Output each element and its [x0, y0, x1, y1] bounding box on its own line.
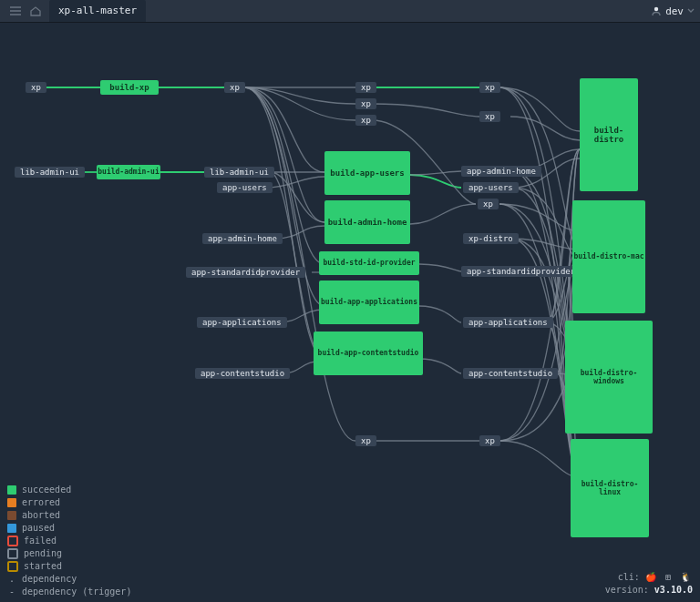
resource-app-admin-home-2[interactable]: app-admin-home	[461, 166, 541, 177]
job-build-distro-windows[interactable]: build-distro-windows	[565, 321, 653, 434]
resource-app-contentstudio-2[interactable]: app-contentstudio	[463, 368, 558, 379]
legend-pending: pending	[24, 547, 62, 560]
resource-xp-4d[interactable]: xp	[355, 435, 376, 446]
job-build-app-contentstudio[interactable]: build-app-contentstudio	[314, 332, 423, 375]
resource-xp-5c[interactable]: xp	[478, 199, 499, 209]
legend: succeeded errored aborted paused failed …	[7, 484, 131, 598]
resource-app-admin-home[interactable]: app-admin-home	[202, 233, 283, 244]
legend-started: started	[24, 560, 62, 573]
legend-dependency: dependency	[22, 573, 77, 586]
resource-app-standardidprovider-2[interactable]: app-standardidprovider	[461, 266, 581, 277]
footer: cli: 🍎 ⊞ 🐧 version: v3.10.0	[605, 571, 693, 597]
resource-xp-4b[interactable]: xp	[355, 98, 376, 109]
chevron-down-icon	[687, 7, 695, 15]
resource-xp-2[interactable]: xp	[224, 82, 245, 93]
job-build-distro-mac[interactable]: build-distro-mac	[572, 200, 645, 313]
user-icon	[651, 5, 662, 16]
user-label: dev	[665, 5, 684, 17]
legend-succeeded: succeeded	[22, 484, 71, 496]
job-build-distro[interactable]: build-distro	[580, 78, 638, 191]
resource-xp-5a[interactable]: xp	[479, 82, 500, 93]
resource-lib-admin-ui-2[interactable]: lib-admin-ui	[204, 167, 274, 178]
job-build-admin-ui[interactable]: build-admin-ui	[97, 165, 160, 179]
version-value[interactable]: v3.10.0	[654, 585, 693, 595]
legend-dependency-trigger: dependency (trigger)	[22, 586, 131, 598]
job-build-admin-home[interactable]: build-admin-home	[324, 200, 410, 244]
resource-xp-4a[interactable]: xp	[355, 82, 376, 93]
resource-app-contentstudio[interactable]: app-contentstudio	[195, 368, 290, 379]
resource-xp[interactable]: xp	[26, 82, 46, 93]
resource-xp-5d[interactable]: xp	[479, 435, 500, 446]
resource-app-applications-2[interactable]: app-applications	[463, 317, 553, 328]
cli-label: cli:	[618, 572, 640, 582]
legend-errored: errored	[22, 496, 60, 509]
home-icon[interactable]	[26, 1, 46, 21]
legend-failed: failed	[24, 535, 57, 547]
user-menu[interactable]: dev	[651, 5, 695, 17]
resource-app-users[interactable]: app-users	[217, 182, 273, 193]
job-build-app-applications[interactable]: build-app-applications	[319, 281, 419, 324]
resource-lib-admin-ui[interactable]: lib-admin-ui	[15, 167, 85, 178]
resource-xp-5b[interactable]: xp	[479, 111, 500, 122]
job-build-xp[interactable]: build-xp	[100, 80, 159, 95]
resource-app-applications[interactable]: app-applications	[197, 317, 287, 328]
resource-xp-4c[interactable]: xp	[355, 115, 376, 126]
os-icons[interactable]: 🍎 ⊞ 🐧	[645, 572, 693, 582]
job-build-std-id-provider[interactable]: build-std-id-provider	[319, 251, 419, 275]
menu-icon[interactable]	[5, 1, 26, 21]
pipeline-tab[interactable]: xp-all-master	[49, 0, 146, 22]
legend-aborted: aborted	[22, 509, 60, 522]
job-build-app-users[interactable]: build-app-users	[324, 151, 410, 195]
resource-app-users-2[interactable]: app-users	[463, 182, 519, 193]
resource-xp-distro[interactable]: xp-distro	[463, 233, 519, 244]
svg-point-0	[654, 7, 658, 11]
legend-paused: paused	[22, 522, 55, 535]
job-build-distro-linux[interactable]: build-distro-linux	[571, 439, 649, 537]
top-bar: xp-all-master dev	[0, 0, 700, 23]
version-label: version:	[605, 585, 649, 595]
resource-app-standardidprovider[interactable]: app-standardidprovider	[186, 267, 305, 278]
